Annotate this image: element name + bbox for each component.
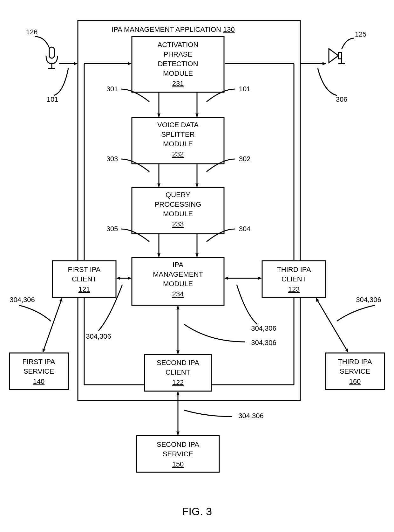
mgmt-l3: MODULE — [163, 280, 193, 288]
secondclient-pair-label: 304,306 — [251, 339, 276, 347]
first-client-ref: 121 — [78, 285, 90, 293]
label-101: 101 — [239, 85, 251, 93]
splitter-ref: 232 — [172, 150, 184, 158]
third-client-l2: CLIENT — [282, 275, 306, 283]
mgmt-l1: IPA — [173, 261, 183, 269]
splitter-l2: SPLITTER — [161, 130, 194, 138]
thirdclient-pair-label: 304,306 — [251, 324, 276, 332]
second-client-l1: SECOND IPA — [157, 359, 199, 367]
third-service-ref: 160 — [349, 377, 361, 385]
label-302: 302 — [239, 155, 251, 163]
speaker-label: 125 — [355, 30, 367, 38]
second-service-l2: SERVICE — [163, 450, 193, 458]
activation-ref: 231 — [172, 79, 184, 87]
third-service-l1: THIRD IPA — [338, 358, 372, 366]
mic-in-curve — [54, 68, 68, 95]
first-client-l1: FIRST IPA — [68, 266, 100, 273]
activation-l1: ACTIVATION — [158, 41, 199, 49]
speaker-in-label: 306 — [336, 95, 348, 103]
first-service-l1: FIRST IPA — [22, 358, 55, 366]
first-client-l2: CLIENT — [72, 275, 97, 283]
splitter-l1: VOICE DATA — [157, 121, 199, 129]
curve-secondsvc-pair — [184, 410, 232, 417]
mic-label-curve — [35, 37, 49, 48]
second-client-ref: 122 — [172, 378, 184, 386]
activation-l4: MODULE — [163, 69, 193, 77]
third-client-l1: THIRD IPA — [277, 266, 311, 273]
label-303: 303 — [106, 155, 118, 163]
label-305: 305 — [106, 225, 118, 233]
third-service-l2: SERVICE — [340, 367, 370, 375]
firstclient-pair-label: 304,306 — [86, 332, 111, 340]
curve-firstsvc-pair — [19, 305, 51, 321]
mic-label: 126 — [26, 28, 38, 36]
query-l3: MODULE — [163, 210, 193, 218]
curve-thirdsvc-pair — [337, 305, 375, 321]
query-l1: QUERY — [166, 191, 190, 199]
mgmt-l2: MANAGEMENT — [153, 270, 203, 278]
thirdclient-service-arrow — [316, 298, 348, 352]
speaker-icon — [329, 49, 345, 64]
label-301: 301 — [106, 85, 118, 93]
firstsvc-pair-label: 304,306 — [10, 296, 35, 304]
second-service-ref: 150 — [172, 460, 184, 468]
splitter-l3: MODULE — [163, 140, 193, 148]
activation-l3: DETECTION — [158, 60, 198, 68]
firstclient-service-arrow — [43, 298, 62, 352]
activation-l2: PHRASE — [164, 50, 192, 58]
speaker-in-curve — [318, 68, 337, 95]
query-l2: PROCESSING — [155, 200, 201, 208]
first-service-ref: 140 — [33, 377, 45, 385]
third-client-ref: 123 — [288, 285, 300, 293]
query-ref: 233 — [172, 220, 184, 228]
second-service-l1: SECOND IPA — [157, 440, 199, 448]
mic-in-label: 101 — [47, 95, 58, 103]
mgmt-ref: 234 — [172, 290, 184, 298]
first-service-l2: SERVICE — [24, 367, 54, 375]
secondsvc-pair-label: 304,306 — [238, 412, 264, 420]
microphone-icon — [46, 47, 58, 68]
figure-caption: FIG. 3 — [182, 505, 212, 517]
svg-rect-0 — [49, 47, 54, 58]
speaker-label-curve — [342, 38, 354, 49]
thirdsvc-pair-label: 304,306 — [356, 296, 381, 304]
app-title: IPA MANAGEMENT APPLICATION 130 — [112, 25, 235, 33]
label-304: 304 — [239, 225, 251, 233]
second-client-l2: CLIENT — [166, 368, 190, 376]
